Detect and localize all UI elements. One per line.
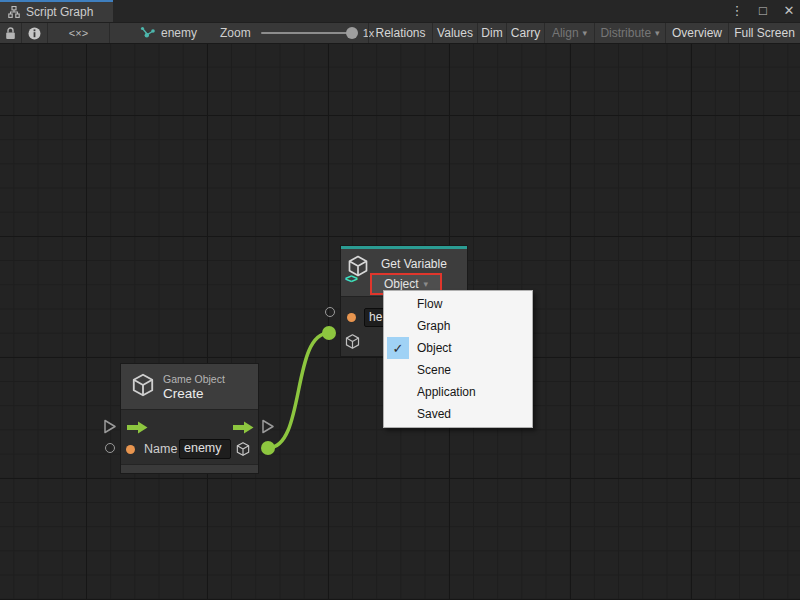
close-icon[interactable]: ✕ — [782, 0, 796, 22]
tab-script-graph[interactable]: Script Graph — [0, 0, 113, 22]
variable-kind-menu: Flow Graph ✓ Object Scene Application Sa… — [383, 290, 533, 428]
game-object-output-icon[interactable] — [235, 441, 251, 461]
lock-button[interactable] — [0, 23, 22, 43]
name-port-dot[interactable] — [126, 445, 135, 454]
window-controls: ⋮ □ ✕ — [730, 0, 796, 22]
inspect-button[interactable] — [22, 23, 48, 43]
create-node-title: Create — [163, 386, 204, 401]
chevron-down-icon: ▾ — [583, 28, 588, 38]
source-input-port-connected[interactable] — [322, 326, 336, 340]
carry-button[interactable]: Carry — [506, 23, 544, 43]
create-result-output-port[interactable] — [261, 441, 275, 455]
flow-output-arrow-icon[interactable] — [233, 421, 254, 434]
zoom-slider-track[interactable] — [261, 32, 356, 34]
tab-label: Script Graph — [26, 5, 93, 19]
name-value-field[interactable]: enemy — [179, 439, 231, 459]
toolbar-buttons: Relations Values Dim Carry Align▾ Distri… — [368, 23, 800, 43]
variable-code-icon: <> — [345, 272, 357, 286]
chevron-down-icon: ▾ — [424, 279, 429, 289]
get-variable-header[interactable]: <> Get Variable Object ▾ — [341, 249, 467, 296]
name-port-label: Name — [144, 442, 177, 456]
dim-button[interactable]: Dim — [477, 23, 506, 43]
create-node-type-label: Game Object — [163, 373, 225, 385]
code-preview-button[interactable]: <×> — [48, 23, 110, 43]
maximize-icon[interactable]: □ — [756, 0, 770, 22]
source-object-icon[interactable] — [344, 333, 361, 354]
overview-button[interactable]: Overview — [665, 23, 728, 43]
menu-item-scene[interactable]: Scene — [384, 359, 532, 381]
name-input-port[interactable] — [105, 443, 115, 453]
menu-item-application[interactable]: Application — [384, 381, 532, 403]
menu-item-flow[interactable]: Flow — [384, 293, 532, 315]
check-icon: ✓ — [387, 337, 409, 359]
node-game-object-create[interactable]: Game Object Create Name enemy — [120, 363, 259, 474]
title-bar: Script Graph ⋮ □ ✕ — [0, 0, 800, 22]
distribute-button[interactable]: Distribute▾ — [594, 23, 665, 43]
flow-input-arrow-icon[interactable] — [127, 421, 148, 434]
menu-item-graph[interactable]: Graph — [384, 315, 532, 337]
create-node-header[interactable]: Game Object Create — [121, 364, 258, 409]
graph-breadcrumb-icon — [140, 26, 155, 40]
get-variable-title: Get Variable — [381, 257, 447, 271]
relations-button[interactable]: Relations — [368, 23, 432, 43]
code-preview-icon: <×> — [69, 27, 88, 39]
game-object-icon — [130, 372, 156, 402]
window-menu-icon[interactable]: ⋮ — [730, 0, 744, 22]
variable-name-port-dot[interactable] — [347, 313, 356, 322]
zoom-control: Zoom 1x — [220, 23, 374, 43]
align-button[interactable]: Align▾ — [544, 23, 594, 43]
chevron-down-icon: ▾ — [655, 28, 660, 38]
create-node-footer — [121, 464, 258, 473]
flow-output-port[interactable] — [261, 419, 275, 434]
breadcrumb-graph-name: enemy — [161, 26, 197, 40]
full-screen-button[interactable]: Full Screen — [728, 23, 800, 43]
zoom-slider-handle[interactable] — [346, 27, 358, 39]
graph-toolbar: <×> enemy Zoom 1x Relations Values Dim C… — [0, 22, 800, 44]
graph-hierarchy-icon — [8, 6, 20, 18]
breadcrumb[interactable]: enemy — [140, 23, 197, 43]
info-icon — [28, 27, 41, 40]
values-button[interactable]: Values — [432, 23, 477, 43]
lock-icon — [5, 27, 16, 40]
menu-item-saved[interactable]: Saved — [384, 403, 532, 425]
variable-name-input-port[interactable] — [325, 307, 335, 317]
create-node-body: Name enemy — [121, 409, 258, 464]
flow-input-port[interactable] — [103, 419, 117, 434]
zoom-label: Zoom — [220, 26, 251, 40]
script-graph-window: Script Graph ⋮ □ ✕ <×> — [0, 0, 800, 600]
tab-focus-accent — [0, 0, 113, 2]
menu-item-object[interactable]: ✓ Object — [384, 337, 532, 359]
